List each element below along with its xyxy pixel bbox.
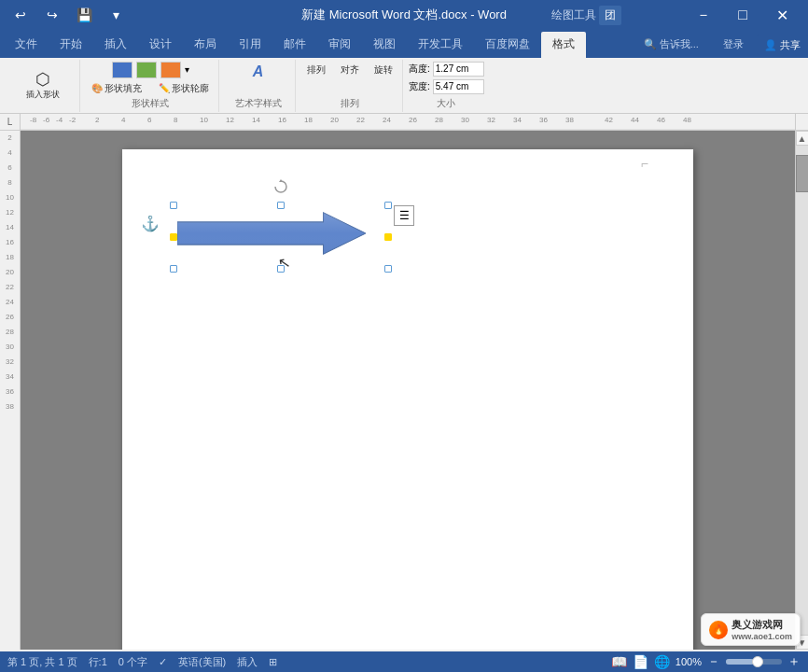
main-area: 2 4 6 8 10 12 14 16 18 20 22 24 26 28 30…: [0, 131, 808, 650]
arrow-shape[interactable]: [177, 209, 366, 258]
ruler-h-main: -8-6-4-224681012141618202224262830323436…: [21, 114, 795, 131]
undo-button[interactable]: ↩: [7, 2, 34, 28]
scroll-track[interactable]: [796, 146, 809, 635]
tab-baidu[interactable]: 百度网盘: [474, 32, 541, 58]
share-button[interactable]: 👤 共享: [757, 35, 808, 55]
align-button[interactable]: 对齐: [335, 62, 365, 78]
arrange-label: 排列: [341, 97, 359, 110]
handle-bc[interactable]: [277, 265, 285, 273]
wordart-button[interactable]: A: [247, 62, 270, 82]
view-read-button[interactable]: 📖: [611, 654, 627, 669]
ribbon-content: ⬡ 插入形状 ▾ 🎨形状填充 ✏️形状轮廓 形状样式 A 艺术字样式: [0, 58, 808, 114]
tab-insert[interactable]: 插入: [93, 32, 138, 58]
view-web-button[interactable]: 🌐: [654, 654, 670, 669]
size-label: 大小: [437, 97, 455, 110]
shape-container[interactable]: ⚓ ☰: [174, 205, 388, 269]
insert-shapes-button[interactable]: ⬡ 插入形状: [21, 69, 65, 103]
svg-marker-3: [177, 213, 366, 254]
tab-file[interactable]: 文件: [4, 32, 49, 58]
ribbon-group-wordart: A 艺术字样式: [221, 60, 296, 112]
handle-br[interactable]: [384, 265, 392, 273]
zoom-slider[interactable]: [726, 659, 782, 665]
layout-options-icon[interactable]: ☰: [394, 205, 414, 226]
spelling-icon[interactable]: ✓: [159, 656, 167, 668]
shape-outline-button[interactable]: ✏️形状轮廓: [153, 80, 215, 97]
arrange-button[interactable]: 排列: [301, 62, 331, 78]
track-changes[interactable]: ⊞: [269, 656, 277, 668]
zoom-out-button[interactable]: －: [707, 653, 720, 670]
ribbon-group-arrange: 排列 对齐 旋转 排列: [298, 60, 403, 112]
tab-mailings[interactable]: 邮件: [272, 32, 317, 58]
line-info: 行:1: [89, 655, 107, 669]
zoom-level: 100%: [676, 656, 702, 667]
handle-tl[interactable]: [170, 202, 177, 209]
shape-styles-more[interactable]: ▾: [185, 64, 189, 75]
shape-fill-button[interactable]: 🎨形状填充: [86, 80, 147, 97]
tab-design[interactable]: 设计: [138, 32, 183, 58]
ribbon-group-shape-styles: ▾ 🎨形状填充 ✏️形状轮廓 形状样式: [82, 60, 219, 112]
tab-home[interactable]: 开始: [49, 32, 93, 58]
anchor-icon: ⚓: [141, 215, 160, 232]
rotate-button[interactable]: 旋转: [369, 62, 398, 78]
zoom-in-button[interactable]: ＋: [787, 653, 801, 670]
titlebar-controls: － □ ✕: [685, 0, 801, 30]
tab-format[interactable]: 格式: [541, 32, 586, 58]
scrollbar-right: ▲ ▼: [795, 131, 808, 650]
width-input[interactable]: [433, 79, 484, 94]
shape-styles-label: 形状样式: [132, 97, 169, 110]
ruler-h-scrollbar: [795, 114, 808, 131]
ruler-horizontal: L -8-6-4-2246810121416182022242628303234…: [0, 114, 808, 131]
rotate-handle[interactable]: [273, 179, 288, 194]
titlebar-title: 新建 Microsoft Word 文档.docx - Word: [301, 7, 507, 23]
tab-developer[interactable]: 开发工具: [407, 32, 474, 58]
handle-bl[interactable]: [170, 265, 177, 273]
watermark-name: 奥义游戏网: [731, 618, 792, 632]
view-print-button[interactable]: 📄: [633, 654, 648, 669]
handle-tr[interactable]: [384, 202, 392, 209]
tab-references[interactable]: 引用: [228, 32, 272, 58]
close-button[interactable]: ✕: [763, 0, 801, 30]
status-right: 📖 📄 🌐 100% － ＋: [611, 653, 801, 670]
group-button[interactable]: 团: [599, 6, 621, 25]
handle-tc[interactable]: [277, 202, 285, 209]
tell-me-button[interactable]: 🔍 告诉我...: [633, 35, 710, 55]
insert-mode[interactable]: 插入: [237, 655, 258, 669]
width-label: 宽度:: [409, 80, 430, 93]
titlebar-left: ↩ ↪ 💾 ▾: [7, 2, 129, 28]
ribbon-tabs: 文件 开始 插入 设计 布局 引用 邮件 审阅 视图 开发工具 百度网盘 格式 …: [0, 30, 808, 58]
tab-view[interactable]: 视图: [362, 32, 407, 58]
redo-button[interactable]: ↪: [39, 2, 65, 28]
restore-button[interactable]: □: [724, 0, 761, 30]
shape-style-1[interactable]: [112, 62, 132, 78]
save-button[interactable]: 💾: [71, 2, 97, 28]
tab-layout[interactable]: 布局: [183, 32, 228, 58]
scroll-up-button[interactable]: ▲: [796, 131, 809, 146]
page-count: 第 1 页, 共 1 页: [7, 655, 77, 669]
height-label: 高度:: [409, 63, 430, 76]
drawing-tools-label: 绘图工具 团: [551, 0, 621, 30]
qat-dropdown-button[interactable]: ▾: [103, 2, 129, 28]
tab-review[interactable]: 审阅: [317, 32, 362, 58]
word-count: 0 个字: [118, 655, 147, 669]
shape-style-2[interactable]: [136, 62, 157, 78]
ruler-indent-button[interactable]: L: [0, 114, 21, 131]
language: 英语(美国): [178, 655, 226, 669]
wordart-label: 艺术字样式: [235, 97, 282, 110]
scroll-thumb[interactable]: [796, 155, 809, 192]
canvas-area: ⌐: [21, 131, 795, 650]
ribbon-group-size: 高度: 宽度: 大小: [405, 60, 488, 112]
watermark: 🔥 奥义游戏网 www.aoe1.com: [701, 613, 801, 646]
ruler-vertical: 2 4 6 8 10 12 14 16 18 20 22 24 26 28 30…: [0, 131, 21, 650]
titlebar: ↩ ↪ 💾 ▾ 新建 Microsoft Word 文档.docx - Word…: [0, 0, 808, 30]
minimize-button[interactable]: －: [685, 0, 722, 30]
zoom-thumb[interactable]: [752, 656, 763, 667]
height-input[interactable]: [433, 62, 484, 77]
watermark-url: www.aoe1.com: [731, 632, 792, 641]
statusbar: 第 1 页, 共 1 页 行:1 0 个字 ✓ 英语(美国) 插入 ⊞ 📖 📄 …: [0, 651, 808, 672]
shape-style-3[interactable]: [160, 62, 181, 78]
document-page: ⌐: [122, 149, 693, 650]
handle-ml[interactable]: [170, 233, 177, 241]
login-button[interactable]: 登录: [712, 35, 755, 55]
handle-mr[interactable]: [384, 233, 392, 241]
corner-mark-tr: ⌐: [641, 157, 648, 170]
